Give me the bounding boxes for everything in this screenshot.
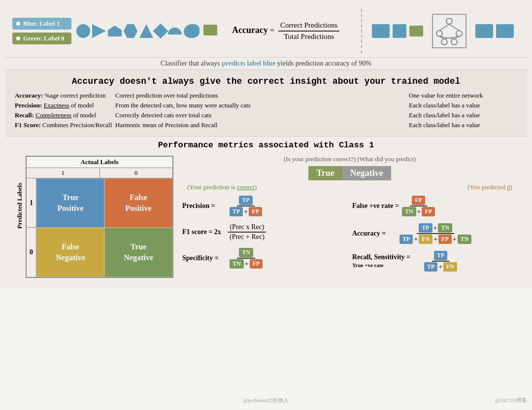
specificity-fraction: TN TN + FP [228,247,265,269]
top-section: Blue: Label 1 Green: Label 0 Accuracy = [5,5,527,58]
shapes-column [76,24,217,38]
svg-line-5 [439,24,449,31]
tag-fp-acc-d: FP [438,235,452,244]
matrix-data-rows: 1 0 TruePositive FalsePositive [27,178,172,277]
svg-point-3 [441,39,447,45]
matrix-container: Predicted Labels Actual Labels 1 0 1 [14,156,173,278]
f1-numerator: (Prec x Rec) [228,223,266,233]
label-blue-text: Blue: Label 1 [23,20,60,28]
true-box: True [308,166,342,180]
accuracy-fraction: Correct Predictions Total Predictions [278,21,339,41]
predicted-labels-title: Predicted Labels [14,183,26,229]
accuracy-denominator: Total Predictions [282,32,336,41]
matrix-inner: Actual Labels 1 0 1 0 [26,156,173,278]
row-label-1: 1 [27,178,36,228]
metric-f1-term: F1 Score: Combines Precision/Recall [15,121,113,129]
false-pve-denominator: TN + FP [400,206,437,217]
label-blue: Blue: Label 1 [12,18,71,30]
accuracy-formula: Accuracy = Correct Predictions Total Pre… [222,21,351,41]
classifier-note-pre: Classifier that always [161,60,220,67]
insight-title: Accuracy doesn't always give the correct… [15,74,517,89]
negative-box: Negative [342,166,391,180]
label-green: Green: Label 0 [12,33,71,44]
col-num-0: 0 [100,168,173,178]
shape-rect-green [203,25,217,35]
accuracy-f-fraction: TP + TN TP + FN + FP + [398,223,473,244]
f1-fraction: (Prec x Rec) (Prec + Rec) [228,223,266,241]
label-green-text: Green: Label 0 [23,34,65,42]
metric-recall-term: Recall: Completeness of model [15,111,113,119]
accuracy-f-numerator: TP + TN [417,223,454,234]
plus-7: + [453,236,457,243]
plus-sign-3: + [417,208,421,216]
confusion-formulas: Predicted Labels Actual Labels 1 0 1 [10,152,522,282]
tag-fn-rec-d: FN [443,262,457,272]
network-icon [432,14,466,48]
accuracy-formula-row: Accuracy = TP + TN TP + FN [352,220,517,247]
right-shape-1 [372,24,390,38]
classifier-note: Classifier that always predicts label bl… [5,58,527,69]
performance-section: Performance metrics associated with Clas… [5,137,527,284]
precision-formula-row: Precision = TP TP + FP [182,192,347,220]
accuracy-f-label: Accuracy = [352,230,397,238]
recall-denominator: TP + FN [422,262,459,272]
right-shapes [372,24,423,38]
f1-formula-row: F1 score = 2x (Prec x Rec) (Prec + Rec) [182,220,347,244]
main-container: Blue: Label 1 Green: Label 0 Accuracy = [0,0,532,289]
metrics-grid: Accuracy: %age correct prediction Correc… [15,89,517,132]
far-right-shape-1 [475,24,493,38]
tag-tn-spec: TN [239,248,253,257]
recall-fraction: TP TP + FN [422,250,459,272]
recall-label: Recall, Sensitivity =True +ve rate [352,253,421,269]
metric-accuracy-term: Accuracy: %age correct prediction [15,92,113,100]
metric-f1-detail: Harmonic mean of Precision and Recall [115,121,407,129]
specificity-formula-row: Specificity = TN TN + FP [182,244,347,272]
matrix-cells: TruePositive FalsePositive FalseNegative… [36,178,172,277]
network-svg [434,16,464,46]
tag-fp-spec: FP [250,259,263,269]
tag-tp-rec-d: TP [424,262,437,272]
right-shape-3 [409,26,423,36]
svg-point-1 [436,31,442,36]
right-shape-2 [393,24,406,38]
plus-6: + [433,236,437,243]
specificity-denominator: TN + FP [228,259,265,269]
formula-header: (Is your prediction correct?) (What did … [182,154,517,164]
metric-f1-scope: Each class/label has a value [409,121,517,129]
row-label-0: 0 [27,228,36,277]
cell-true-negative: TrueNegative [104,228,172,277]
formulas-right: False +ve rate = FP TN + FP [352,192,517,275]
shape-semicircle [168,28,182,34]
tag-tp-rec: TP [434,251,447,260]
confusion-matrix-wrapper: Predicted Labels Actual Labels 1 0 1 [10,152,177,282]
svg-line-6 [449,24,459,31]
matrix-row-0: FalseNegative TrueNegative [36,228,172,277]
performance-title: Performance metrics associated with Clas… [10,138,522,152]
tag-tp-precision: TP [239,196,252,205]
correct-underline: correct [237,183,255,191]
correct-note: (Your prediction is correct) [187,183,257,191]
f1-label: F1 score = 2x [182,228,227,236]
specificity-label: Specificity = [182,254,227,262]
f1-denominator: (Prec + Rec) [228,233,266,241]
shape-triangle [139,24,153,38]
prediction-notes: (Your prediction is correct) (You predic… [182,182,517,192]
shape-arrow [92,24,106,38]
false-pve-label: False +ve rate = [352,202,399,210]
specificity-numerator: TN [237,247,255,259]
tag-tn-spec-den: TN [230,259,244,269]
plus-sign-1: + [244,208,248,216]
cell-false-negative: FalseNegative [36,228,104,277]
false-pve-fraction: FP TN + FP [400,195,437,217]
dashed-divider [361,9,362,53]
cell-false-positive: FalsePositive [104,178,172,228]
tag-tn-acc-d: TN [458,235,472,244]
metric-accuracy-detail: Correct prediction over total prediction… [115,92,407,100]
precision-numerator: TP [237,195,254,206]
tag-tn-acc: TN [438,223,452,233]
formulas-two-col: Precision = TP TP + FP [182,192,517,275]
metric-precision-term: Precision: Exactness of model [15,102,113,109]
classifier-note-blue: predicts label blue [222,60,275,67]
shape-diamond [153,23,168,38]
metric-accuracy-scope: One value for entire network [409,92,517,100]
